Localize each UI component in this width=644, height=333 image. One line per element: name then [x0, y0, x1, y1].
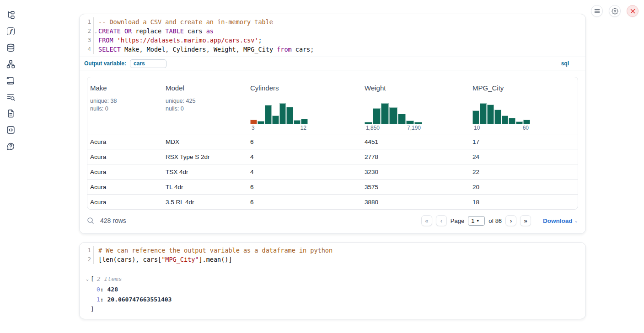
search-icon[interactable]: [87, 217, 94, 224]
download-button[interactable]: Download ⌄: [543, 217, 578, 224]
histogram-bar: [509, 118, 515, 124]
table-cell: MDX: [163, 134, 247, 149]
first-page-button[interactable]: «: [421, 215, 432, 226]
histogram-bar: [487, 105, 494, 124]
gutter-divider: [93, 36, 94, 45]
table-cell: RSX Type S 2dr: [163, 149, 247, 164]
data-table: Make unique: 38 nulls: 0 Model unique: 4…: [87, 77, 578, 210]
weight-histogram: 1,8507,190: [365, 101, 422, 134]
histogram-bar: [250, 120, 257, 124]
close-bracket: ]: [91, 306, 585, 312]
table-cell: 20: [470, 180, 578, 194]
table-cell: 6: [247, 134, 362, 149]
histogram-bar: [516, 122, 523, 124]
histogram-bars: [472, 101, 530, 124]
last-page-button[interactable]: »: [520, 215, 531, 226]
chevron-down-icon: ⌄: [574, 218, 578, 223]
list-search-icon[interactable]: [6, 93, 15, 101]
histogram-bar: [279, 103, 286, 124]
sql-code-editor[interactable]: 1-- Download a CSV and create an in-memo…: [80, 14, 585, 57]
line-number: 1: [80, 17, 93, 26]
table-cell: 6: [247, 195, 362, 209]
table-cell: 3575: [362, 180, 470, 194]
snippets-icon[interactable]: [6, 126, 15, 134]
histogram-bar: [381, 103, 389, 124]
table-footer: 428 rows « ‹ Page 1 ▾ of 86 › » Download…: [80, 210, 585, 233]
code-text: [len(cars), cars["MPG_City"].mean()]: [98, 255, 232, 264]
prev-page-button[interactable]: ‹: [436, 215, 447, 226]
table-cell: 3880: [362, 195, 470, 209]
line-number: 4: [80, 45, 93, 54]
language-badge[interactable]: sql: [561, 60, 581, 67]
column-header-mpg-city[interactable]: MPG_City 1060: [470, 77, 578, 134]
function-icon[interactable]: ƒ: [6, 27, 15, 36]
sidebar: ƒ: [0, 0, 21, 333]
document-icon[interactable]: [6, 109, 15, 118]
table-cell: Acura: [87, 180, 163, 194]
settings-button[interactable]: [609, 5, 621, 17]
table-row: Acura3.5 RL 4dr6388018: [87, 194, 578, 209]
help-icon[interactable]: [6, 142, 15, 151]
column-header-weight[interactable]: Weight 1,8507,190: [362, 77, 470, 134]
python-code-editor[interactable]: 1# We can reference the output variable …: [80, 243, 585, 267]
page-select[interactable]: 1 ▾: [468, 216, 485, 226]
line-number: 2⌄: [80, 26, 93, 36]
table-cell: 4: [247, 149, 362, 164]
histogram-bars: [365, 101, 422, 124]
tree-children: 0: 4281: 20.060747663551403: [88, 285, 585, 305]
column-header-cylinders[interactable]: Cylinders 312: [247, 77, 362, 134]
output-variable-input[interactable]: [130, 59, 166, 68]
scroll-icon[interactable]: [6, 76, 15, 85]
gutter-divider: [93, 255, 94, 264]
table-cell: 3230: [362, 164, 470, 179]
make-unique-stat: unique: 38: [90, 97, 159, 105]
column-header-make[interactable]: Make unique: 38 nulls: 0: [87, 77, 163, 134]
histogram-bar: [258, 121, 264, 124]
histogram-bar: [523, 120, 530, 124]
page-label: Page: [451, 217, 464, 224]
menu-button[interactable]: [591, 5, 603, 17]
column-header-model[interactable]: Model unique: 425 nulls: 0: [163, 77, 247, 134]
output-variable-label: Output variable:: [84, 60, 126, 67]
line-number: 3: [80, 36, 93, 45]
histogram-axis-labels: 1,8507,190: [365, 124, 422, 131]
code-text: CREATE OR replace TABLE cars as: [98, 26, 214, 36]
code-line[interactable]: 4SELECT Make, Model, Cylinders, Weight, …: [80, 45, 585, 54]
table-cell: 17: [470, 134, 578, 149]
gutter-divider: [93, 45, 94, 54]
close-button[interactable]: [627, 5, 639, 17]
code-line[interactable]: 2⌄CREATE OR replace TABLE cars as: [80, 26, 585, 36]
histogram-bar: [365, 122, 372, 124]
code-text: -- Download a CSV and create an in-memor…: [98, 17, 273, 26]
code-line[interactable]: 1-- Download a CSV and create an in-memo…: [80, 17, 585, 26]
histogram-bar: [389, 107, 397, 124]
histogram-bar: [301, 119, 308, 124]
code-line[interactable]: 3FROM 'https://datasets.marimo.app/cars.…: [80, 36, 585, 45]
fold-chevron-icon[interactable]: ⌄: [95, 27, 97, 36]
code-text: SELECT Make, Model, Cylinders, Weight, M…: [98, 45, 314, 54]
histogram-bar: [373, 108, 381, 124]
line-number: 1: [80, 246, 93, 255]
histogram-bar: [494, 110, 501, 124]
histogram-bar: [414, 122, 422, 124]
collapse-chevron-icon[interactable]: ⌄: [86, 276, 89, 281]
table-cell: Acura: [87, 134, 163, 149]
gutter-divider: [93, 246, 94, 255]
next-page-button[interactable]: ›: [505, 215, 516, 226]
dependency-graph-icon[interactable]: [6, 60, 15, 69]
file-tree-icon[interactable]: [6, 11, 15, 19]
code-line[interactable]: 1# We can reference the output variable …: [80, 246, 585, 255]
histogram-bar: [272, 116, 279, 124]
table-header-row: Make unique: 38 nulls: 0 Model unique: 4…: [87, 77, 578, 134]
gutter-divider: [93, 26, 94, 36]
code-line[interactable]: 2[len(cars), cars["MPG_City"].mean()]: [80, 255, 585, 264]
histogram-bar: [502, 116, 509, 124]
histogram-axis-labels: 1060: [472, 124, 530, 131]
database-icon[interactable]: [6, 43, 15, 52]
table-cell: 3.5 RL 4dr: [163, 195, 247, 209]
mpg-city-histogram: 1060: [472, 101, 530, 134]
pagination: « ‹ Page 1 ▾ of 86 › » Download ⌄: [421, 215, 578, 226]
table-row: AcuraRSX Type S 2dr4277824: [87, 149, 578, 164]
histogram-bar: [480, 103, 487, 124]
table-body: AcuraMDX6445117AcuraRSX Type S 2dr427782…: [87, 134, 578, 209]
